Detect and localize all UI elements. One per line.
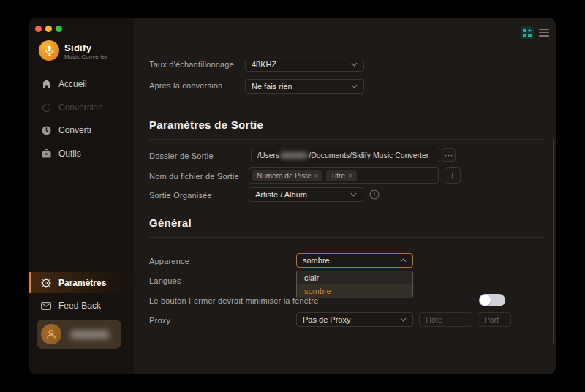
section-divider xyxy=(149,139,544,140)
sidebar-item-label: Conversion xyxy=(58,102,103,113)
output-folder-input[interactable]: /Users/Documents/Sidify Music Converter xyxy=(251,148,439,162)
app-subtitle: Music Converter xyxy=(64,53,107,60)
option-sombre[interactable]: sombre xyxy=(297,284,412,298)
sidebar-item-outils[interactable]: Outils xyxy=(29,145,134,162)
chevron-up-icon xyxy=(400,258,407,263)
after-conversion-label: Après la conversion xyxy=(149,81,222,90)
proxy-label: Proxy xyxy=(149,316,170,325)
add-tag-button[interactable]: + xyxy=(445,167,461,184)
settings-scroll-area: Taux d'échantillonnage 48KHZ Après la co… xyxy=(134,61,556,374)
avatar xyxy=(41,324,61,344)
close-window-button[interactable] xyxy=(35,26,42,32)
person-icon xyxy=(45,328,57,340)
chevron-down-icon xyxy=(351,62,358,67)
hamburger-menu-icon[interactable] xyxy=(539,29,549,37)
main-panel: Taux d'échantillonnage 48KHZ Après la co… xyxy=(134,18,556,374)
sidebar-item-parametres[interactable]: Paramètres xyxy=(29,272,134,293)
sidebar-item-converti[interactable]: Converti xyxy=(29,121,134,139)
browse-folder-button[interactable]: ··· xyxy=(442,148,456,162)
filename-tag-field[interactable]: Numéro de Piste × Titre × xyxy=(249,167,439,184)
tag-titre[interactable]: Titre × xyxy=(326,170,356,181)
general-section-title: Général xyxy=(149,216,192,229)
organized-output-select[interactable]: Artiste / Album xyxy=(249,187,363,202)
profile-name-blurred xyxy=(70,331,110,339)
remove-tag-icon[interactable]: × xyxy=(314,172,318,180)
app-name: Sidify xyxy=(64,42,91,53)
blurred-username xyxy=(280,152,308,159)
minimize-window-button[interactable] xyxy=(45,26,52,32)
zoom-window-button[interactable] xyxy=(56,26,62,32)
sidebar-item-label: Accueil xyxy=(58,79,87,89)
chevron-down-icon xyxy=(400,317,407,322)
sidify-logo xyxy=(39,40,59,61)
organized-output-label: Sortie Organisée xyxy=(149,191,212,200)
proxy-port-input[interactable] xyxy=(478,312,511,327)
close-minimize-label: Le bouton Fermer devrait minimiser la fe… xyxy=(149,296,319,305)
app-window: Sidify Music Converter Accueil Conversio… xyxy=(29,18,556,374)
sample-rate-select[interactable]: 48KHZ xyxy=(245,61,364,72)
sidebar-divider xyxy=(29,67,134,67)
sidebar: Sidify Music Converter Accueil Conversio… xyxy=(29,18,134,374)
sidebar-item-label: Outils xyxy=(58,148,81,159)
languages-label: Langues xyxy=(149,276,181,285)
sidebar-item-conversion[interactable]: Conversion xyxy=(29,99,134,116)
microphone-icon xyxy=(45,45,54,56)
after-conversion-select[interactable]: Ne fais rien xyxy=(245,79,364,94)
sidebar-item-accueil[interactable]: Accueil xyxy=(29,75,134,93)
selected-indicator xyxy=(29,272,31,293)
sidebar-item-feedback[interactable]: Feed-Back xyxy=(29,297,134,314)
appearance-dropdown-menu: clair sombre xyxy=(296,271,413,298)
home-icon xyxy=(41,79,51,89)
output-folder-label: Dossier de Sortie xyxy=(149,151,214,160)
remove-tag-icon[interactable]: × xyxy=(348,172,352,180)
info-circle-icon[interactable] xyxy=(369,189,380,200)
section-divider xyxy=(149,237,544,238)
envelope-icon xyxy=(41,301,51,311)
appearance-select[interactable]: sombre xyxy=(296,253,413,268)
option-clair[interactable]: clair xyxy=(297,271,412,284)
filename-label: Nom du fichier de Sortie xyxy=(149,172,239,181)
clock-icon xyxy=(41,125,51,135)
close-minimize-toggle[interactable] xyxy=(479,294,505,306)
gear-icon xyxy=(41,278,51,288)
sidebar-item-label: Converti xyxy=(58,125,91,135)
toolbox-icon xyxy=(41,148,51,159)
tag-numero-de-piste[interactable]: Numéro de Piste × xyxy=(252,170,322,181)
chevron-down-icon xyxy=(351,84,358,88)
chevron-down-icon xyxy=(350,192,357,197)
sample-rate-label: Taux d'échantillonnage xyxy=(149,61,234,69)
appearance-label: Apparence xyxy=(149,257,189,265)
profile-card[interactable] xyxy=(37,320,121,349)
apps-grid-icon[interactable] xyxy=(521,26,534,39)
sidebar-item-label: Feed-Back xyxy=(58,301,101,311)
proxy-select[interactable]: Pas de Proxy xyxy=(296,312,413,327)
proxy-host-input[interactable] xyxy=(419,312,472,327)
toggle-knob xyxy=(480,295,491,306)
traffic-lights xyxy=(35,26,62,32)
sync-icon xyxy=(41,102,51,113)
sidebar-item-label: Paramètres xyxy=(58,278,106,288)
output-section-title: Paramètres de Sortie xyxy=(149,118,263,131)
